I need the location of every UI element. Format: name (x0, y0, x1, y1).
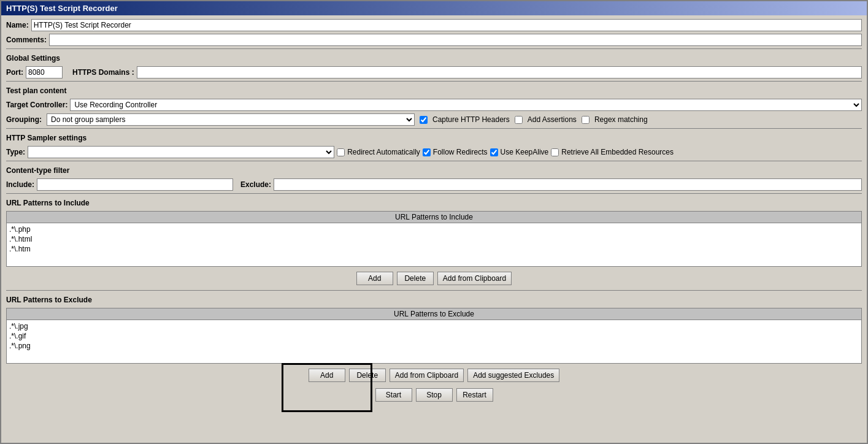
global-settings-row: Port: HTTPS Domains : (6, 66, 862, 78)
name-input[interactable] (31, 19, 862, 31)
include-input[interactable] (37, 178, 233, 191)
add-assertions-label: Add Assertions (528, 115, 577, 124)
stop-button[interactable]: Stop (416, 388, 453, 402)
exclude-add-button[interactable]: Add (309, 369, 345, 382)
exclude-label: Exclude: (240, 180, 271, 189)
port-input[interactable] (26, 66, 63, 78)
content-type-header: Content-type filter (6, 165, 862, 176)
url-include-list: .*\.php .*\.html .*\.htm (7, 223, 861, 266)
include-add-button[interactable]: Add (356, 272, 393, 285)
port-label: Port: (6, 68, 23, 77)
title-bar: HTTP(S) Test Script Recorder (1, 1, 867, 15)
grouping-label: Grouping: (6, 115, 42, 124)
url-include-panel: URL Patterns to Include .*\.php .*\.html… (6, 211, 862, 267)
https-input[interactable] (137, 66, 862, 78)
list-item: .*\.htm (9, 244, 859, 254)
retrieve-embedded-checkbox[interactable] (551, 148, 559, 156)
name-row: Name: (6, 19, 862, 31)
follow-redirects-checkbox[interactable] (423, 148, 431, 156)
main-window: HTTP(S) Test Script Recorder Name: Comme… (0, 0, 868, 444)
comments-row: Comments: (6, 34, 862, 46)
type-row: Type: Redirect Automatically Follow Redi… (6, 146, 862, 158)
exclude-suggested-button[interactable]: Add suggested Excludes (467, 369, 559, 382)
http-sampler-header: HTTP Sampler settings (6, 132, 862, 144)
url-exclude-buttons: Add Delete Add from Clipboard Add sugges… (6, 366, 862, 385)
test-plan-header: Test plan content (6, 85, 862, 96)
window-title: HTTP(S) Test Script Recorder (6, 4, 118, 13)
add-assertions-checkbox[interactable] (515, 116, 523, 124)
follow-redirects-label: Follow Redirects (433, 148, 488, 156)
redirect-auto-checkbox[interactable] (337, 148, 345, 156)
use-keepalive-label: Use KeepAlive (501, 148, 549, 156)
target-label: Target Controller: (6, 101, 67, 109)
type-select[interactable] (28, 146, 334, 158)
url-include-header: URL Patterns to Include (6, 197, 862, 209)
capture-http-checkbox[interactable] (420, 116, 428, 124)
bottom-controls: Start Stop Restart (6, 385, 862, 405)
list-item: .*\.html (9, 234, 859, 244)
regex-matching-label: Regex matching (594, 115, 648, 124)
exclude-clipboard-button[interactable]: Add from Clipboard (390, 369, 464, 382)
redirect-auto-label: Redirect Automatically (347, 148, 420, 156)
grouping-row: Grouping: Do not group samplers Add sepa… (6, 113, 862, 126)
list-item: .*\.png (9, 341, 859, 351)
include-label: Include: (6, 180, 34, 189)
https-label: HTTPS Domains : (72, 68, 134, 77)
list-item: .*\.gif (9, 331, 859, 341)
target-select[interactable]: Use Recording Controller (70, 99, 862, 111)
type-label: Type: (6, 148, 25, 156)
exclude-input[interactable] (274, 178, 862, 191)
content-filter-row: Include: Exclude: (6, 178, 862, 191)
use-keepalive-checkbox[interactable] (490, 148, 498, 156)
start-button[interactable]: Start (375, 388, 412, 402)
comments-label: Comments: (6, 36, 47, 44)
capture-checks: Capture HTTP Headers Add Assertions Rege… (420, 115, 648, 124)
url-exclude-panel: URL Patterns to Exclude .*\.jpg .*\.gif … (6, 308, 862, 364)
list-item: .*\.php (9, 224, 859, 234)
grouping-select[interactable]: Do not group samplers Add separators bet… (47, 113, 415, 126)
url-exclude-header: URL Patterns to Exclude (6, 294, 862, 305)
list-item (9, 351, 859, 361)
regex-matching-checkbox[interactable] (582, 116, 590, 124)
include-delete-button[interactable]: Delete (397, 272, 434, 285)
target-controller-row: Target Controller: Use Recording Control… (6, 99, 862, 111)
url-include-buttons: Add Delete Add from Clipboard (6, 269, 862, 288)
url-include-panel-header: URL Patterns to Include (7, 212, 861, 223)
name-label: Name: (6, 21, 29, 29)
list-item: .*\.jpg (9, 321, 859, 331)
exclude-delete-button[interactable]: Delete (349, 369, 386, 382)
comments-input[interactable] (49, 34, 862, 46)
retrieve-embedded-label: Retrieve All Embedded Resources (561, 148, 674, 156)
restart-button[interactable]: Restart (456, 388, 493, 402)
url-exclude-list: .*\.jpg .*\.gif .*\.png (7, 320, 861, 363)
include-clipboard-button[interactable]: Add from Clipboard (437, 272, 512, 285)
url-exclude-panel-header: URL Patterns to Exclude (7, 308, 861, 320)
capture-http-label: Capture HTTP Headers (432, 115, 510, 124)
global-settings-header: Global Settings (6, 53, 862, 64)
